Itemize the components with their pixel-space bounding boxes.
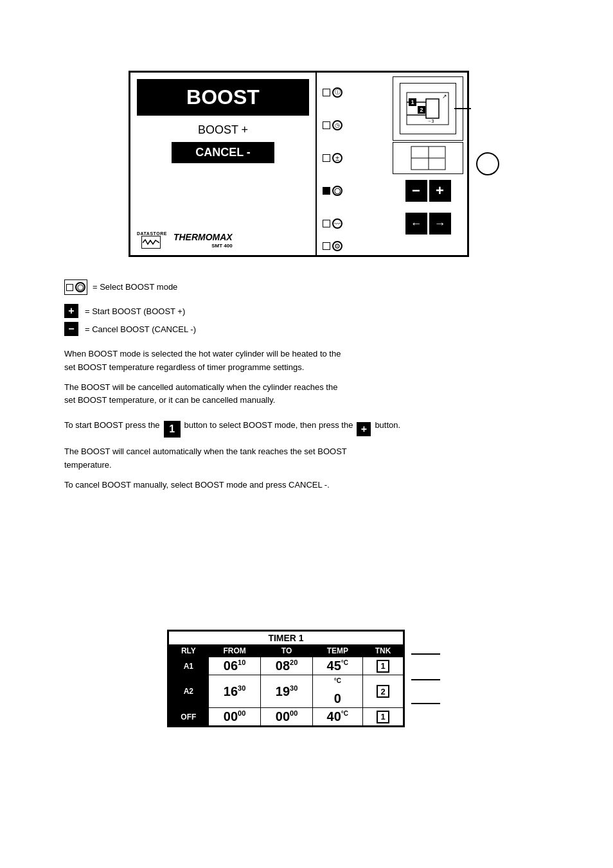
svg-rect-1 xyxy=(426,99,439,118)
power-icon-row: ◯ = Select BOOST mode xyxy=(64,279,514,295)
row-off-from: 0000 xyxy=(208,708,261,727)
para3-middle: button to select BOOST mode, then press … xyxy=(184,419,353,432)
pipe-diagram-cell: 1 2 →3 ↗ xyxy=(393,76,463,141)
col-from: FROM xyxy=(208,645,261,657)
plusminus-icon: ± xyxy=(332,153,342,163)
datastore-label: DATASTORE xyxy=(137,231,167,236)
wave-btn-icon: 〰 xyxy=(332,218,342,229)
col-rly: RLY xyxy=(168,645,209,657)
arrow-left-button[interactable]: ← xyxy=(405,213,427,235)
pipe-diagram: 1 2 →3 ↗ xyxy=(400,83,456,134)
info-icon: ⓘ xyxy=(332,87,342,98)
checkbox-tool xyxy=(323,242,330,250)
wave-icon xyxy=(141,236,161,249)
plus-button[interactable]: + xyxy=(429,180,451,202)
side-line-2 xyxy=(411,679,440,680)
inline-checkbox xyxy=(66,284,73,291)
cancel-label[interactable]: CANCEL - xyxy=(172,142,274,163)
row-a1-from: 0610 xyxy=(208,657,261,675)
thermomax-brand: THERMOMAX xyxy=(173,232,233,242)
adjust-button[interactable]: ± xyxy=(321,142,391,173)
tool-button[interactable]: ⚙ xyxy=(321,241,391,251)
minus-button[interactable]: − xyxy=(405,180,427,202)
arrow-group: ← → xyxy=(393,208,463,240)
wave-button[interactable]: 〰 xyxy=(321,208,391,240)
pointer-line xyxy=(454,108,471,109)
timer-row-a1: A1 0610 0820 45°C 1 xyxy=(168,657,404,675)
checkbox-wave xyxy=(323,220,330,227)
timer-row-a2: A2 1630 1930 °C0 2 xyxy=(168,675,404,708)
checkbox-adjust xyxy=(323,154,330,162)
para2: The BOOST will be cancelled automaticall… xyxy=(64,381,514,408)
row-a2-temp: °C0 xyxy=(312,675,362,708)
row-a1-temp: 45°C xyxy=(312,657,362,675)
row-a2-tank: 2 xyxy=(363,675,404,708)
timer-title: TIMER 1 xyxy=(168,631,404,645)
row-a2-from: 1630 xyxy=(208,675,261,708)
minus-plus-group: − + xyxy=(393,175,463,207)
minus-icon-text: = Cancel BOOST (CANCEL -) xyxy=(85,322,196,336)
button-grid: ⓘ 1 2 →3 xyxy=(317,73,467,255)
para1: When BOOST mode is selected the hot wate… xyxy=(64,348,514,375)
device-panel: BOOST BOOST + CANCEL - DATASTORE THERMOM… xyxy=(129,71,469,257)
col-to: TO xyxy=(261,645,312,657)
plus-sq-icon2: + xyxy=(357,422,371,436)
row-a2-label: A2 xyxy=(168,675,209,708)
col-temp: TEMP xyxy=(312,645,362,657)
row-off-label: OFF xyxy=(168,708,209,727)
timer-table: TIMER 1 RLY FROM TO TEMP TNK A1 0610 082… xyxy=(167,630,405,727)
small-diagram-cell xyxy=(393,142,463,173)
boost-plus-label: BOOST + xyxy=(137,123,309,137)
row-off-to: 0000 xyxy=(261,708,312,727)
checkbox-clock xyxy=(323,121,330,129)
col-tnk: TNK xyxy=(363,645,404,657)
para5: To cancel BOOST manually, select BOOST m… xyxy=(64,479,514,492)
row-a1-label: A1 xyxy=(168,657,209,675)
brand-name-block: THERMOMAX SMT 400 xyxy=(173,231,233,249)
para3-prefix: To start BOOST press the xyxy=(64,419,160,432)
svg-text:1: 1 xyxy=(411,99,414,105)
row-a1-tank: 1 xyxy=(363,657,404,675)
boost-title: BOOST xyxy=(137,79,309,116)
content-body: ◯ = Select BOOST mode + = Start BOOST (B… xyxy=(64,273,514,498)
minus-sq-icon: − xyxy=(64,322,78,336)
pointer-circle xyxy=(476,152,499,175)
brand-area: DATASTORE THERMOMAX SMT 400 xyxy=(137,227,309,249)
clock-button[interactable]: ◷ xyxy=(321,109,391,141)
side-line-1 xyxy=(411,653,440,655)
power-icon: ◯ xyxy=(332,186,342,196)
para4: The BOOST will cancel automatically when… xyxy=(64,445,514,472)
info-button[interactable]: ⓘ xyxy=(321,76,391,108)
inline-power-icon: ◯ xyxy=(64,279,87,295)
num1-icon: 1 xyxy=(164,421,181,438)
checkbox-info xyxy=(323,89,330,96)
clock-icon: ◷ xyxy=(332,120,342,130)
plus-icon-text: = Start BOOST (BOOST +) xyxy=(85,304,185,318)
row-off-temp: 40°C xyxy=(312,708,362,727)
row-a2-to: 1930 xyxy=(261,675,312,708)
para3-end: button. xyxy=(375,419,400,432)
row-a1-to: 0820 xyxy=(261,657,312,675)
power-button[interactable]: ◯ xyxy=(321,175,391,207)
svg-text:2: 2 xyxy=(420,107,423,113)
plus-icon-row: + = Start BOOST (BOOST +) xyxy=(64,304,514,318)
svg-text:↗: ↗ xyxy=(442,93,447,100)
arrow-right-button[interactable]: → xyxy=(429,213,451,235)
svg-text:→3: →3 xyxy=(427,119,434,123)
row-off-tank: 1 xyxy=(363,708,404,727)
timer-section: TIMER 1 RLY FROM TO TEMP TNK A1 0610 082… xyxy=(167,630,405,727)
plus-sq-icon: + xyxy=(64,304,78,318)
screen-area: BOOST BOOST + CANCEL - DATASTORE THERMOM… xyxy=(130,73,317,255)
timer-row-off: OFF 0000 0000 40°C 1 xyxy=(168,708,404,727)
brand-model: SMT 400 xyxy=(173,243,233,249)
side-line-3 xyxy=(411,703,440,704)
checkbox-power-filled xyxy=(323,187,330,195)
minus-icon-row: − = Cancel BOOST (CANCEL -) xyxy=(64,322,514,336)
tool-icon: ⚙ xyxy=(332,241,342,251)
para3-row: To start BOOST press the 1 button to sel… xyxy=(64,419,514,439)
power-icon-text: = Select BOOST mode xyxy=(93,279,177,294)
inline-power-circle: ◯ xyxy=(75,282,85,292)
